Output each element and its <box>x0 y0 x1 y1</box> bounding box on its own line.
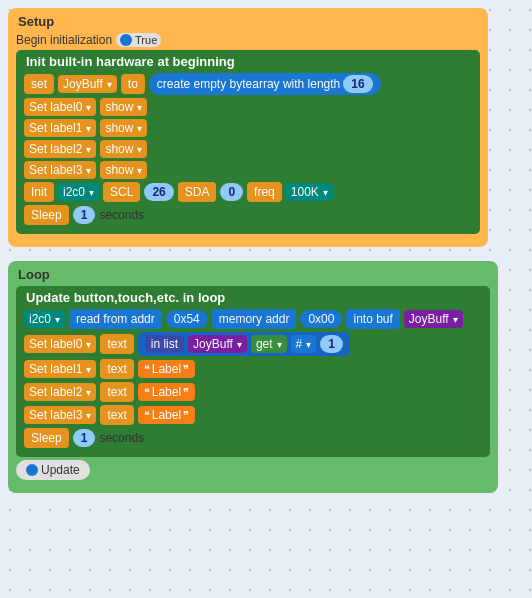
set-keyword: set <box>24 74 54 94</box>
init-hw-block: Init built-in hardware at beginning set … <box>16 50 480 234</box>
create-bytearray-label: create empty bytearray with length <box>157 77 340 91</box>
label0-text-dropdown[interactable]: Set label0 <box>24 335 96 353</box>
sleep-value-loop[interactable]: 1 <box>73 429 96 447</box>
text-label1: text <box>100 359 133 379</box>
update-hw-label: Update button,touch,etc. in loop <box>24 290 482 305</box>
set-label0-row: Set label0 show <box>24 98 472 116</box>
update-dot <box>26 464 38 476</box>
i2c-read-row: i2c0 read from addr 0x54 memory addr 0x0… <box>24 309 482 329</box>
label2-string[interactable]: Label <box>138 383 195 401</box>
scl-value[interactable]: 26 <box>144 183 173 201</box>
setup-title: Setup <box>16 14 480 29</box>
set-label3-row: Set label3 show <box>24 161 472 179</box>
text-label2: text <box>100 382 133 402</box>
loop-title: Loop <box>16 267 490 282</box>
read-from-label: read from addr <box>69 309 162 329</box>
joybuff-dropdown[interactable]: JoyBuff <box>58 75 117 93</box>
set-label2-text-row: Set label2 text Label <box>24 382 482 402</box>
show0-dropdown[interactable]: show <box>100 98 147 116</box>
setup-section: Setup Begin initialization True Init bui… <box>8 8 488 247</box>
memory-addr-label: memory addr <box>212 309 297 329</box>
in-list-block: in list JoyBuff get # 1 <box>138 332 350 356</box>
freq-dropdown[interactable]: 100K <box>286 183 333 201</box>
show3-dropdown[interactable]: show <box>100 161 147 179</box>
update-toggle[interactable]: Update <box>16 460 90 480</box>
init-keyword: Init <box>24 182 54 202</box>
to-keyword: to <box>121 74 145 94</box>
set-label1-row: Set label1 show <box>24 119 472 137</box>
show2-dropdown[interactable]: show <box>100 140 147 158</box>
label1-text-dropdown[interactable]: Set label1 <box>24 360 96 378</box>
set-label1-text-row: Set label1 text Label <box>24 359 482 379</box>
label0-dropdown[interactable]: Set label0 <box>24 98 96 116</box>
sleep-value-setup[interactable]: 1 <box>73 206 96 224</box>
in-list-label: in list <box>145 335 184 353</box>
set-label3-text-row: Set label3 text Label <box>24 405 482 425</box>
sleep-keyword-loop: Sleep <box>24 428 69 448</box>
toggle-label: True <box>135 34 157 46</box>
sda-label: SDA <box>178 182 217 202</box>
hash-dropdown[interactable]: # <box>291 335 317 353</box>
seconds-label-setup: seconds <box>99 208 144 222</box>
set-joybuff-row: set JoyBuff to create empty bytearray wi… <box>24 73 472 95</box>
addr-pill[interactable]: 0x54 <box>166 310 208 328</box>
label3-string[interactable]: Label <box>138 406 195 424</box>
scl-label: SCL <box>103 182 140 202</box>
begin-init-row: Begin initialization True <box>16 33 480 47</box>
init-hw-label: Init built-in hardware at beginning <box>24 54 472 69</box>
set-label2-row: Set label2 show <box>24 140 472 158</box>
show1-dropdown[interactable]: show <box>100 119 147 137</box>
begin-init-label: Begin initialization <box>16 33 112 47</box>
init-i2c-row: Init i2c0 SCL 26 SDA 0 freq 100K <box>24 182 472 202</box>
i2c0-read-dropdown[interactable]: i2c0 <box>24 310 65 328</box>
label2-text-dropdown[interactable]: Set label2 <box>24 383 96 401</box>
index-value[interactable]: 1 <box>320 335 343 353</box>
i2c0-dropdown[interactable]: i2c0 <box>58 183 99 201</box>
label1-string[interactable]: Label <box>138 360 195 378</box>
update-btn-label: Update <box>41 463 80 477</box>
sleep-keyword-setup: Sleep <box>24 205 69 225</box>
bytearray-length[interactable]: 16 <box>343 75 372 93</box>
joybuff2-dropdown[interactable]: JoyBuff <box>188 335 247 353</box>
toggle-dot <box>120 34 132 46</box>
toggle-true[interactable]: True <box>116 33 161 47</box>
freq-label: freq <box>247 182 282 202</box>
buf-dropdown[interactable]: JoyBuff <box>404 310 463 328</box>
sda-value[interactable]: 0 <box>220 183 243 201</box>
label3-dropdown[interactable]: Set label3 <box>24 161 96 179</box>
loop-section: Loop Update button,touch,etc. in loop i2… <box>8 261 498 493</box>
update-hw-block: Update button,touch,etc. in loop i2c0 re… <box>16 286 490 457</box>
label1-dropdown[interactable]: Set label1 <box>24 119 96 137</box>
text-label0: text <box>100 334 133 354</box>
label2-dropdown[interactable]: Set label2 <box>24 140 96 158</box>
label3-text-dropdown[interactable]: Set label3 <box>24 406 96 424</box>
mem-pill[interactable]: 0x00 <box>300 310 342 328</box>
update-btn-row: Update <box>16 460 490 480</box>
sleep-row-loop: Sleep 1 seconds <box>24 428 482 448</box>
create-bytearray-block: create empty bytearray with length 16 <box>149 73 381 95</box>
set-label0-text-row: Set label0 text in list JoyBuff get # 1 <box>24 332 482 356</box>
into-buf-label: into buf <box>346 309 399 329</box>
text-label3: text <box>100 405 133 425</box>
sleep-row-setup: Sleep 1 seconds <box>24 205 472 225</box>
seconds-label-loop: seconds <box>99 431 144 445</box>
get-dropdown[interactable]: get <box>251 335 287 353</box>
